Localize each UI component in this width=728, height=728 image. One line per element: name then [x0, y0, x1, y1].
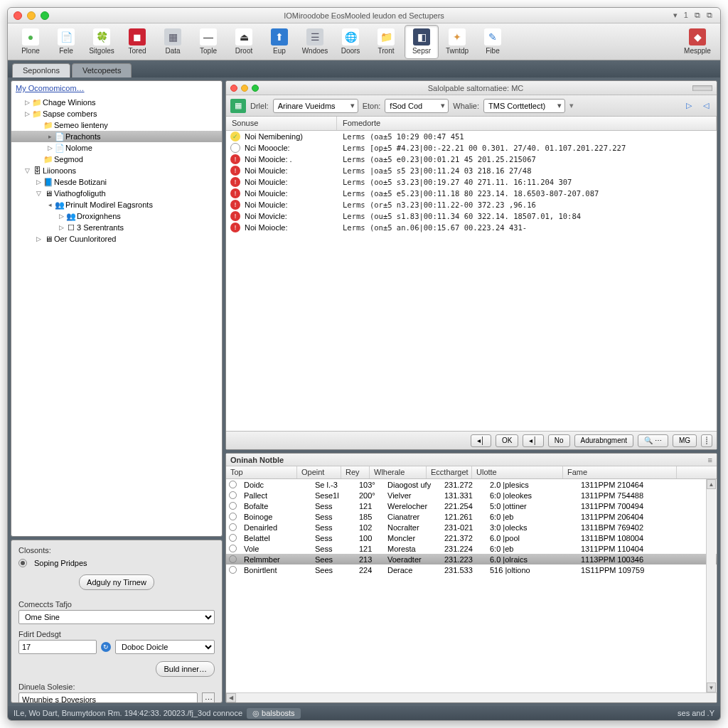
row-radio[interactable]: [229, 566, 237, 574]
refresh-icon[interactable]: ↻: [101, 642, 111, 652]
sub-app-icon[interactable]: ▦: [230, 99, 246, 113]
toolbar-tople[interactable]: —Tople: [191, 25, 225, 59]
log-row[interactable]: !Noi Moiocle:Lerms (on±5 an.06|00:15.67 …: [226, 222, 717, 233]
row-radio[interactable]: [229, 545, 237, 552]
row-radio[interactable]: [229, 534, 237, 542]
row-radio[interactable]: [229, 555, 237, 563]
solesie-input[interactable]: [18, 692, 198, 703]
col-source[interactable]: Sonuse: [226, 117, 337, 130]
toolbar-mespple[interactable]: ◆Mespple: [680, 25, 714, 59]
toolbar-tront[interactable]: 📁Tront: [369, 25, 403, 59]
table-row[interactable]: RelmmberSees213Voeradter231.2236.0 |olra…: [226, 554, 717, 564]
mg-button[interactable]: MG: [673, 434, 697, 447]
col-format[interactable]: Fomedorte: [337, 117, 717, 130]
tree-header[interactable]: My Ocomomicom…: [11, 81, 222, 95]
toolbar-wndoes[interactable]: ☰Wndoes: [298, 25, 332, 59]
toolbar-twntdp[interactable]: ✦Twntdp: [440, 25, 474, 59]
disclosure-icon[interactable]: ▷: [23, 110, 31, 117]
log-row[interactable]: !Noi Mouicle:Lerms (oa±5 e5.23|00:11.18 …: [226, 188, 717, 199]
tree-node[interactable]: ▸📄Prachonts: [11, 131, 222, 142]
col-header[interactable]: Wlherale: [370, 466, 427, 478]
tree-node[interactable]: ▷📁Chage Winions: [11, 97, 222, 108]
scroll-left-icon[interactable]: ◀: [226, 693, 236, 702]
whole-dropdown[interactable]: TMS Corttetlect): [483, 99, 565, 113]
log-row[interactable]: !Noi Mouicle:Lerms (oo±5 s3.23|00:19.27 …: [226, 176, 717, 188]
log-row[interactable]: !Noi Mouicle:Lerms |oa±5 s5 23|00:11.24 …: [226, 165, 717, 176]
table-row[interactable]: BonirtlentSees224Derace231.533516 |oltio…: [226, 564, 717, 575]
toolbar-doors[interactable]: 🌐Doors: [333, 25, 368, 59]
toolbar-data[interactable]: ▦Data: [156, 25, 190, 59]
detect-select[interactable]: Doboc Doicle: [115, 640, 215, 654]
toolbar-droot[interactable]: ⏏Droot: [227, 25, 261, 59]
eton-dropdown[interactable]: fSod Cod: [385, 99, 449, 113]
tab-seponlons[interactable]: Seponlons: [12, 63, 70, 77]
scroll-up-icon[interactable]: ▲: [707, 479, 716, 489]
tree-node[interactable]: ◂👥Prinult Modirel Eagsronts: [11, 199, 222, 210]
solesie-picker-icon[interactable]: ⋯: [202, 692, 215, 703]
col-header[interactable]: Top: [226, 466, 297, 478]
drel-dropdown[interactable]: Arinare Vueidms: [273, 99, 358, 113]
tree-node[interactable]: ▷📄Nolome: [11, 142, 222, 154]
toolbar-plane[interactable]: ●Plone: [14, 25, 48, 59]
detect-input[interactable]: [18, 640, 97, 654]
build-button[interactable]: Buld inner…: [156, 661, 215, 677]
table-row[interactable]: DenairledSess102Nocralter231-0213:0 |ole…: [226, 522, 717, 532]
log-row[interactable]: ✓Noi Nemibening)Lerms (oa±5 10:29 00:47 …: [226, 131, 717, 142]
tree-node[interactable]: ▷📁Sapse combers: [11, 108, 222, 119]
col-header[interactable]: Ulotte: [472, 466, 563, 478]
disclosure-icon[interactable]: ▷: [23, 99, 31, 106]
sub-close-icon[interactable]: [230, 85, 237, 92]
disclosure-icon[interactable]: ▽: [34, 190, 43, 197]
col-header[interactable]: Opeint: [297, 466, 341, 478]
table-row[interactable]: BelattelSess100Moncler221.3726.0 |pool13…: [226, 532, 717, 543]
radio-soping[interactable]: [18, 559, 27, 567]
connects-select[interactable]: Ome Sine: [18, 610, 215, 624]
grip-icon[interactable]: [692, 85, 712, 91]
vertical-scrollbar[interactable]: ▲ ▼: [706, 479, 716, 692]
toolbar-sepsr[interactable]: ◧Sepsr: [405, 25, 439, 59]
log-row[interactable]: !Noi Mooicle: .Lerms (oa±5 e0.23|00:01.2…: [226, 154, 717, 165]
log-row[interactable]: !Noi Movicle:Lerms (ou±5 s1.83|00:11.34 …: [226, 210, 717, 222]
status-button[interactable]: ◎ balsbosts: [247, 708, 301, 719]
disclosure-icon[interactable]: ▷: [57, 213, 65, 220]
disclosure-icon[interactable]: ▷: [46, 144, 54, 151]
table-row[interactable]: PallectSese1l200°Vielver131.3316:0 |oleo…: [226, 490, 717, 500]
ok-button[interactable]: OK: [496, 434, 518, 447]
tree-node[interactable]: ▷☐3 Serentrants: [11, 222, 222, 233]
disclosure-icon[interactable]: ▽: [23, 167, 31, 174]
play-forward-icon[interactable]: ▷: [682, 100, 695, 112]
adjust-button[interactable]: Adguly ny Tirnew: [79, 574, 154, 590]
play-back-icon[interactable]: ◁: [700, 100, 712, 112]
toolbar-fele[interactable]: 📄Fele: [49, 25, 83, 59]
tree-node[interactable]: ▷👥Droxignhens: [11, 210, 222, 222]
prev-button[interactable]: ◂│: [471, 434, 491, 447]
row-radio[interactable]: [229, 491, 237, 499]
tree-node[interactable]: ▽🖥Viathogfoliguth: [11, 188, 222, 199]
col-header[interactable]: Ecctharget: [427, 466, 472, 478]
divider-button[interactable]: ┊: [701, 434, 712, 447]
log-row[interactable]: !Noi Mouicle:Lerms (or±5 n3.23|00:11.22-…: [226, 199, 717, 210]
table-row[interactable]: VoleSess121Moresta231.2246:0 |eb1311PPM …: [226, 543, 717, 554]
row-radio[interactable]: [229, 481, 237, 488]
scroll-down-icon[interactable]: ▼: [707, 682, 716, 692]
tree-node[interactable]: 📁Segmod: [11, 154, 222, 165]
table-row[interactable]: DoidcSe l.-3103°Diaogost ufy231.2722.0 |…: [226, 479, 717, 490]
row-radio[interactable]: [229, 523, 237, 531]
no-button[interactable]: No: [548, 434, 570, 447]
disclosure-icon[interactable]: ▷: [57, 224, 65, 231]
log-row[interactable]: Nci Mooocle:Lerms [op±5 #4.23|00:-22.21 …: [226, 142, 717, 154]
tree-node[interactable]: ▽🗄Liionoons: [11, 165, 222, 176]
toolbar-fibe[interactable]: ✎Fibe: [476, 25, 510, 59]
horizontal-scrollbar[interactable]: ◀: [226, 692, 717, 702]
disclosure-icon[interactable]: ◂: [46, 201, 54, 208]
toolbar-stgoles[interactable]: 🍀Sitgoles: [85, 25, 119, 59]
sub-minimize-icon[interactable]: [241, 85, 248, 92]
tree-node[interactable]: ▷📘Nesde Botizani: [11, 176, 222, 188]
col-header[interactable]: Fame: [563, 466, 677, 478]
disclosure-icon[interactable]: ▸: [46, 133, 54, 140]
tree-node[interactable]: 📁Semeo lienteny: [11, 119, 222, 131]
table-row[interactable]: BoinogeSess185Cianatrer121.2616:0 |eb131…: [226, 511, 717, 522]
sub-zoom-icon[interactable]: [252, 85, 259, 92]
more-dropdown-icon[interactable]: ▾: [569, 101, 574, 110]
disclosure-icon[interactable]: ▷: [34, 235, 43, 242]
